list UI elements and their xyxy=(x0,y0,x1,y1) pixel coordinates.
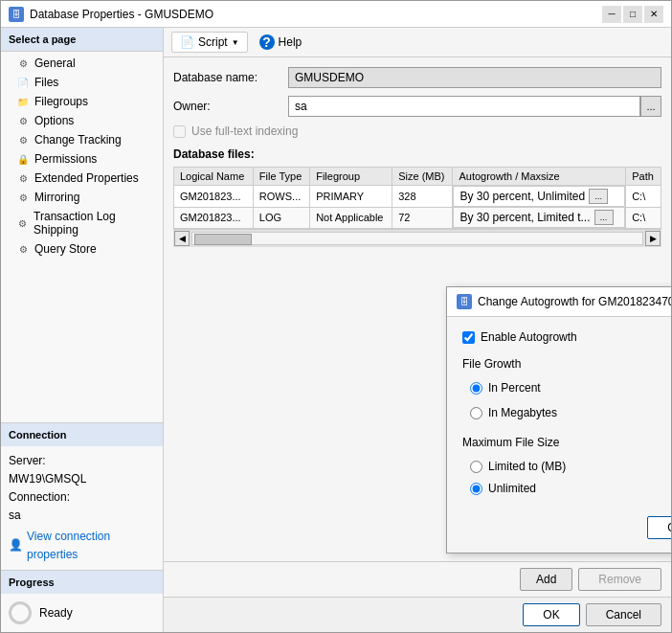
db-name-label: Database name: xyxy=(173,71,288,84)
change-tracking-icon: ⚙ xyxy=(16,133,30,147)
connection-link-text: View connection properties xyxy=(27,528,155,564)
connection-header: Connection xyxy=(1,423,163,446)
sidebar-item-change-tracking[interactable]: ⚙ Change Tracking xyxy=(1,130,163,149)
enable-autogrowth-checkbox[interactable] xyxy=(462,331,475,344)
help-button[interactable]: ? Help xyxy=(252,32,310,53)
query-store-icon: ⚙ xyxy=(16,242,30,256)
dialog-ok-button[interactable]: OK xyxy=(647,516,671,539)
view-connection-properties-link[interactable]: 👤 View connection properties xyxy=(9,528,155,564)
transaction-log-label: Transaction Log Shipping xyxy=(34,210,155,237)
owner-browse-button[interactable]: ... xyxy=(640,96,661,117)
help-label: Help xyxy=(279,35,302,49)
connection-link-icon: 👤 xyxy=(9,536,23,554)
script-dropdown-arrow: ▼ xyxy=(232,38,239,47)
limited-row: Limited to (MB) ▲ ▼ xyxy=(470,457,671,476)
progress-header: Progress xyxy=(1,571,163,594)
in-percent-radio[interactable] xyxy=(470,382,482,395)
col-path: Path xyxy=(626,168,661,186)
in-percent-row: In Percent ▲ ▼ xyxy=(470,378,671,397)
content-wrapper: 📄 Script ▼ ? Help Database name: GMUSDEM… xyxy=(164,28,671,632)
in-megabytes-radio[interactable] xyxy=(470,407,482,419)
db-name-row: Database name: GMUSDEMO xyxy=(173,67,661,88)
cell-path-1: C:\ xyxy=(626,186,661,208)
files-icon: 📄 xyxy=(16,76,30,89)
enable-autogrowth-label: Enable Autogrowth xyxy=(481,330,577,344)
dialog-content: Enable Autogrowth File Growth In Percent… xyxy=(447,317,671,553)
options-icon: ⚙ xyxy=(16,114,30,127)
unlimited-label: Unlimited xyxy=(488,482,536,495)
database-files-table: Logical Name File Type Filegroup Size (M… xyxy=(173,167,661,229)
autogrowth-btn-2[interactable]: ... xyxy=(594,210,614,225)
limited-radio[interactable] xyxy=(470,461,482,473)
add-button[interactable]: Add xyxy=(520,568,572,591)
cell-file-type-2: LOG xyxy=(253,207,309,229)
table-row[interactable]: GM201823... LOG Not Applicable 72 By 30 … xyxy=(174,207,661,229)
in-megabytes-label: In Megabytes xyxy=(488,406,557,419)
cell-size-2: 72 xyxy=(392,207,453,229)
progress-section: Progress Ready xyxy=(1,570,163,632)
script-button[interactable]: 📄 Script ▼ xyxy=(171,32,248,53)
general-icon: ⚙ xyxy=(16,57,30,70)
horizontal-scrollbar[interactable]: ◀ ▶ xyxy=(173,229,661,247)
filegroups-icon: 📁 xyxy=(16,95,30,108)
scroll-thumb[interactable] xyxy=(194,234,252,245)
cell-path-2: C:\ xyxy=(626,207,661,229)
maximize-button[interactable]: □ xyxy=(623,6,642,23)
progress-status: Ready xyxy=(39,606,73,620)
scroll-left-button[interactable]: ◀ xyxy=(174,231,190,246)
mirroring-label: Mirroring xyxy=(34,191,79,204)
close-button[interactable]: ✕ xyxy=(644,6,663,23)
autogrowth-btn-1[interactable]: ... xyxy=(589,189,608,204)
max-file-size-label: Maximum File Size xyxy=(462,436,671,449)
max-file-size-group: Limited to (MB) ▲ ▼ Unlimite xyxy=(462,457,671,495)
bottom-action-bar: OK Cancel xyxy=(164,597,671,632)
minimize-button[interactable]: ─ xyxy=(602,6,621,23)
sidebar-item-general[interactable]: ⚙ General xyxy=(1,54,163,73)
sidebar-item-options[interactable]: ⚙ Options xyxy=(1,111,163,130)
table-action-buttons: Add Remove xyxy=(164,561,671,597)
sidebar-item-query-store[interactable]: ⚙ Query Store xyxy=(1,239,163,259)
sidebar-item-mirroring[interactable]: ⚙ Mirroring xyxy=(1,188,163,207)
owner-field[interactable] xyxy=(295,100,634,113)
fulltext-checkbox xyxy=(173,125,186,138)
dialog-title-bar: 🗄 Change Autogrowth for GM20182347019USD… xyxy=(447,287,671,317)
sidebar-item-filegroups[interactable]: 📁 Filegroups xyxy=(1,92,163,111)
scroll-right-button[interactable]: ▶ xyxy=(645,231,661,246)
script-icon: 📄 xyxy=(180,35,194,49)
col-autogrowth: Autogrowth / Maxsize xyxy=(453,168,626,186)
unlimited-radio[interactable] xyxy=(470,483,482,495)
main-content: Select a page ⚙ General 📄 Files 📁 Filegr… xyxy=(1,28,671,632)
connection-label: Connection: xyxy=(9,488,155,507)
in-percent-label: In Percent xyxy=(488,381,541,395)
permissions-label: Permissions xyxy=(34,152,97,166)
remove-button[interactable]: Remove xyxy=(578,568,661,591)
sidebar-item-permissions[interactable]: 🔒 Permissions xyxy=(1,149,163,169)
cancel-button[interactable]: Cancel xyxy=(586,603,661,626)
col-file-type: File Type xyxy=(253,168,309,186)
dialog-title-text: Change Autogrowth for GM20182347019USDem… xyxy=(478,295,671,308)
cell-filegroup-1: PRIMARY xyxy=(310,186,392,208)
ok-button[interactable]: OK xyxy=(523,603,579,626)
col-filegroup: Filegroup xyxy=(310,168,392,186)
toolbar: 📄 Script ▼ ? Help xyxy=(164,28,671,57)
cell-file-type-1: ROWS... xyxy=(253,186,309,208)
db-files-label: Database files: xyxy=(173,147,661,161)
db-name-value: GMUSDEMO xyxy=(288,67,661,88)
dialog-icon: 🗄 xyxy=(457,294,472,309)
transaction-log-icon: ⚙ xyxy=(16,216,29,230)
sidebar-item-extended-properties[interactable]: ⚙ Extended Properties xyxy=(1,169,163,188)
sidebar-item-transaction-log[interactable]: ⚙ Transaction Log Shipping xyxy=(1,207,163,239)
sidebar-item-files[interactable]: 📄 Files xyxy=(1,73,163,92)
options-label: Options xyxy=(34,114,74,127)
unlimited-row: Unlimited xyxy=(470,482,671,495)
general-label: General xyxy=(34,57,76,70)
owner-input[interactable] xyxy=(288,96,640,117)
file-growth-group: In Percent ▲ ▼ In Megabytes xyxy=(462,378,671,422)
cell-size-1: 328 xyxy=(392,186,453,208)
sidebar-items: ⚙ General 📄 Files 📁 Filegroups ⚙ Options… xyxy=(1,52,163,422)
cell-filegroup-2: Not Applicable xyxy=(310,207,392,229)
scroll-track[interactable] xyxy=(191,232,643,245)
mirroring-icon: ⚙ xyxy=(16,191,30,204)
table-row[interactable]: GM201823... ROWS... PRIMARY 328 By 30 pe… xyxy=(174,186,661,208)
help-icon: ? xyxy=(259,34,275,50)
